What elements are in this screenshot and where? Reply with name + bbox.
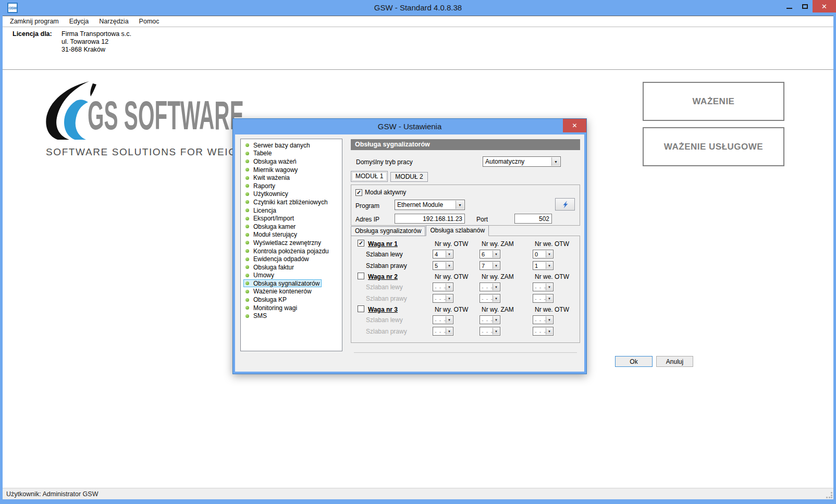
list-item-raporty[interactable]: Raporty	[241, 182, 342, 190]
chevron-down-icon[interactable]: ▼	[446, 328, 452, 335]
tab-moduł-2[interactable]: MODUŁ 2	[390, 172, 427, 182]
list-item-serwer-bazy-danych[interactable]: Serwer bazy danych	[241, 141, 342, 150]
szlaban-lewy-wy-otw-select[interactable]: - - -▼	[433, 282, 453, 291]
subtab-obsługa-szlabanów[interactable]: Obsługa szlabanów	[426, 225, 489, 236]
list-item-label: Obsługa KP	[253, 296, 287, 303]
chevron-down-icon[interactable]: ▼	[546, 328, 552, 335]
module-active-row[interactable]: ✓ Moduł aktywny	[355, 189, 406, 196]
green-dot-icon	[245, 184, 249, 188]
green-dot-icon	[245, 200, 249, 204]
waga-nr-3-checkbox[interactable]	[358, 305, 364, 312]
szlaban-lewy-wy-otw-select[interactable]: 4▼	[433, 250, 453, 259]
list-item-tabele[interactable]: Tabele	[241, 150, 342, 158]
chevron-down-icon[interactable]: ▼	[446, 295, 452, 302]
chevron-down-icon[interactable]: ▼	[446, 316, 452, 323]
szlaban-prawy-we-otw-select[interactable]: - - -▼	[533, 327, 554, 336]
wazenie-button[interactable]: WAŻENIE	[643, 82, 784, 121]
chevron-down-icon[interactable]: ▼	[546, 251, 552, 257]
chevron-down-icon[interactable]: ▼	[493, 262, 499, 269]
chevron-down-icon[interactable]: ▼	[456, 201, 464, 209]
szlaban-prawy-wy-otw-select[interactable]: - - -▼	[433, 327, 453, 336]
program-select[interactable]: Ethernet Module ▼	[395, 200, 465, 210]
list-item-label: Miernik wagowy	[253, 166, 298, 174]
default-mode-select[interactable]: Automatyczny ▼	[483, 156, 561, 167]
szlaban-prawy-wy-zam-select[interactable]: - - -▼	[480, 327, 500, 336]
cancel-button[interactable]: Anuluj	[656, 356, 693, 367]
green-dot-icon	[245, 192, 249, 196]
chevron-down-icon[interactable]: ▼	[493, 328, 499, 335]
list-item-obsługa-faktur[interactable]: Obsługa faktur	[241, 263, 342, 272]
chevron-down-icon[interactable]: ▼	[446, 284, 452, 290]
chevron-down-icon[interactable]: ▼	[546, 295, 552, 302]
list-item-umowy[interactable]: Umowy	[241, 272, 342, 280]
test-connection-button[interactable]	[555, 198, 575, 211]
chevron-down-icon[interactable]: ▼	[493, 284, 499, 290]
szlaban-prawy-wy-otw-select[interactable]: - - -▼	[433, 294, 453, 303]
list-item-label: Czytniki kart zbliżeniowych	[253, 199, 328, 206]
ip-field[interactable]: 192.168.11.23	[395, 214, 465, 224]
list-item-kwit-ważenia[interactable]: Kwit ważenia	[241, 174, 342, 182]
list-item-box: Ważenie kontenerów	[243, 288, 314, 296]
list-item-label: Raporty	[253, 182, 275, 190]
chevron-down-icon[interactable]: ▼	[493, 295, 499, 302]
dialog-close-button[interactable]: ✕	[563, 119, 586, 132]
list-item-obsługa-sygnalizatorów[interactable]: Obsługa sygnalizatorów	[241, 279, 342, 288]
list-item-ważenie-kontenerów[interactable]: Ważenie kontenerów	[241, 288, 342, 296]
list-item-miernik-wagowy[interactable]: Miernik wagowy	[241, 166, 342, 174]
close-button[interactable]: ✕	[813, 0, 836, 13]
module-active-checkbox[interactable]: ✓	[355, 189, 362, 196]
maximize-button[interactable]	[797, 0, 813, 13]
chevron-down-icon[interactable]: ▼	[493, 251, 499, 257]
szlaban-lewy-wy-otw-select[interactable]: - - -▼	[433, 315, 453, 324]
list-item-kontrola-położenia-pojazdu[interactable]: Kontrola położenia pojazdu	[241, 247, 342, 255]
szlaban-prawy-wy-zam-select[interactable]: - - -▼	[480, 294, 500, 303]
list-item-sms[interactable]: SMS	[241, 312, 342, 320]
szlaban-lewy-we-otw-select[interactable]: 0▼	[533, 250, 554, 259]
szlaban-lewy-we-otw-select[interactable]: - - -▼	[533, 282, 554, 291]
subtab-obsługa-sygnalizatorów[interactable]: Obsługa sygnalizatorów	[351, 226, 425, 236]
list-item-moduł-sterujący[interactable]: Moduł sterujący	[241, 231, 342, 239]
list-item-monitoring-wagi[interactable]: Monitoring wagi	[241, 304, 342, 312]
menu-item-zamknij-program[interactable]: Zamknij program	[5, 16, 64, 27]
chevron-down-icon[interactable]: ▼	[546, 284, 552, 290]
list-item-ewidencja-odpadów[interactable]: Ewidencja odpadów	[241, 255, 342, 263]
szlaban-lewy-we-otw-select[interactable]: - - -▼	[533, 315, 554, 324]
green-dot-icon	[245, 152, 249, 155]
license-line: Firma Transportowa s.c.	[62, 30, 131, 38]
list-item-obsługa-kamer[interactable]: Obsługa kamer	[241, 223, 342, 231]
resize-grip-icon[interactable]	[826, 492, 832, 498]
chevron-down-icon[interactable]: ▼	[493, 316, 499, 323]
chevron-down-icon[interactable]: ▼	[446, 262, 452, 269]
list-item-obsługa-kp[interactable]: Obsługa KP	[241, 296, 342, 304]
wazenie-uslugowe-button[interactable]: WAŻENIE USŁUGOWE	[643, 127, 784, 166]
szlaban-prawy-wy-zam-select[interactable]: 7▼	[480, 261, 500, 270]
list-item-wyświetlacz-zewnętrzny[interactable]: Wyświetlacz zewnętrzny	[241, 239, 342, 247]
list-item-użytkownicy[interactable]: Użytkownicy	[241, 190, 342, 199]
chevron-down-icon[interactable]: ▼	[551, 157, 560, 166]
szlaban-prawy-we-otw-select[interactable]: - - -▼	[533, 294, 554, 303]
minimize-button[interactable]	[781, 0, 797, 13]
menu-item-pomoc[interactable]: Pomoc	[134, 16, 165, 27]
tab-moduł-1[interactable]: MODUŁ 1	[351, 171, 388, 182]
ok-button[interactable]: Ok	[615, 356, 653, 367]
menu-item-narzędzia[interactable]: Narzędzia	[94, 16, 133, 27]
szlaban-lewy-wy-zam-select[interactable]: 6▼	[480, 250, 500, 259]
waga-nr-1-checkbox[interactable]: ✓	[358, 240, 364, 247]
list-item-obsługa-ważeń[interactable]: Obsługa ważeń	[241, 157, 342, 166]
list-item-czytniki-kart-zbliżeniowych[interactable]: Czytniki kart zbliżeniowych	[241, 198, 342, 206]
waga-nr-2-checkbox[interactable]	[358, 273, 364, 279]
list-item-licencja[interactable]: Licencja	[241, 206, 342, 215]
szlaban-lewy-wy-zam-select[interactable]: - - -▼	[480, 315, 500, 324]
chevron-down-icon[interactable]: ▼	[446, 251, 452, 257]
chevron-down-icon[interactable]: ▼	[546, 262, 552, 269]
column-header-wy-otw: Nr wy. OTW	[435, 240, 468, 248]
szlaban-lewy-wy-zam-select[interactable]: - - -▼	[480, 282, 500, 291]
select-value: 0	[535, 250, 538, 258]
menu-item-edycja[interactable]: Edycja	[64, 16, 94, 27]
list-item-eksport-import[interactable]: Eksport/Import	[241, 214, 342, 223]
szlaban-prawy-we-otw-select[interactable]: 1▼	[533, 261, 554, 270]
chevron-down-icon[interactable]: ▼	[546, 316, 552, 323]
port-field[interactable]: 502	[514, 214, 552, 224]
dialog-body: Serwer bazy danychTabeleObsługa ważeńMie…	[235, 134, 584, 372]
szlaban-prawy-wy-otw-select[interactable]: 5▼	[433, 261, 453, 270]
